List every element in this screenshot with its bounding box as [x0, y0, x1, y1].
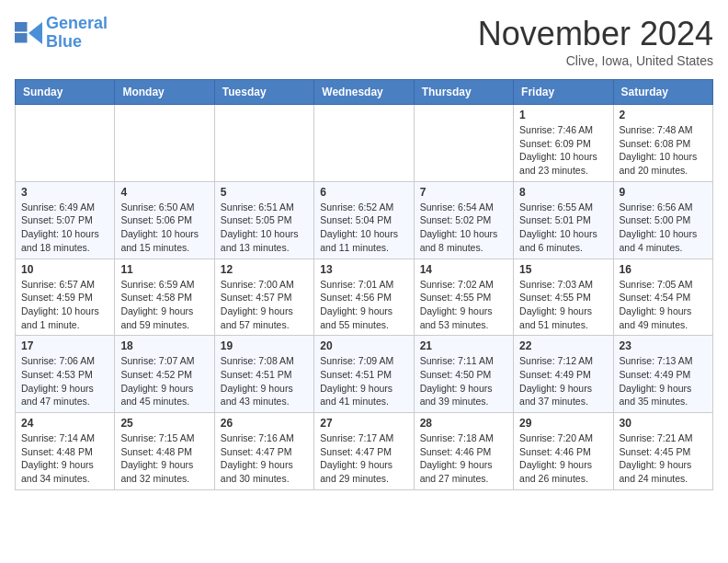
calendar-cell: 19Sunrise: 7:08 AM Sunset: 4:51 PM Dayli…: [214, 336, 313, 413]
calendar-cell: 20Sunrise: 7:09 AM Sunset: 4:51 PM Dayli…: [314, 336, 414, 413]
day-info: Sunrise: 7:01 AM Sunset: 4:56 PM Dayligh…: [320, 278, 407, 332]
day-header-tuesday: Tuesday: [214, 80, 313, 105]
day-number: 14: [420, 263, 507, 276]
svg-marker-2: [28, 22, 42, 44]
day-number: 16: [620, 263, 707, 276]
day-info: Sunrise: 7:09 AM Sunset: 4:51 PM Dayligh…: [320, 354, 407, 408]
day-info: Sunrise: 6:56 AM Sunset: 5:00 PM Dayligh…: [620, 201, 707, 255]
day-info: Sunrise: 7:20 AM Sunset: 4:46 PM Dayligh…: [519, 431, 607, 486]
calendar-week-3: 10Sunrise: 6:57 AM Sunset: 4:59 PM Dayli…: [16, 259, 713, 336]
calendar-cell: [214, 105, 313, 182]
day-info: Sunrise: 7:05 AM Sunset: 4:54 PM Dayligh…: [620, 278, 707, 332]
svg-rect-0: [15, 22, 28, 32]
logo-line1: General: [46, 14, 108, 32]
day-info: Sunrise: 6:54 AM Sunset: 5:02 PM Dayligh…: [420, 201, 507, 255]
calendar-cell: 25Sunrise: 7:15 AM Sunset: 4:48 PM Dayli…: [115, 413, 214, 490]
calendar-cell: 18Sunrise: 7:07 AM Sunset: 4:52 PM Dayli…: [115, 336, 214, 413]
calendar-cell: 13Sunrise: 7:01 AM Sunset: 4:56 PM Dayli…: [314, 259, 414, 336]
day-number: 27: [320, 417, 407, 430]
day-info: Sunrise: 7:07 AM Sunset: 4:52 PM Dayligh…: [120, 354, 208, 408]
location: Clive, Iowa, United States: [478, 53, 713, 68]
page-header: General Blue November 2024 Clive, Iowa, …: [15, 15, 713, 68]
calendar-cell: 29Sunrise: 7:20 AM Sunset: 4:46 PM Dayli…: [514, 413, 613, 490]
day-number: 23: [620, 339, 707, 352]
day-info: Sunrise: 7:00 AM Sunset: 4:57 PM Dayligh…: [221, 278, 308, 332]
calendar-cell: 16Sunrise: 7:05 AM Sunset: 4:54 PM Dayli…: [613, 259, 712, 336]
day-info: Sunrise: 7:16 AM Sunset: 4:47 PM Dayligh…: [221, 431, 308, 486]
calendar-cell: 3Sunrise: 6:49 AM Sunset: 5:07 PM Daylig…: [16, 181, 115, 259]
calendar-week-2: 3Sunrise: 6:49 AM Sunset: 5:07 PM Daylig…: [16, 181, 713, 259]
calendar-cell: 10Sunrise: 6:57 AM Sunset: 4:59 PM Dayli…: [16, 259, 115, 336]
calendar-cell: 4Sunrise: 6:50 AM Sunset: 5:06 PM Daylig…: [115, 181, 214, 259]
day-info: Sunrise: 7:17 AM Sunset: 4:47 PM Dayligh…: [320, 431, 407, 486]
calendar-cell: [115, 105, 214, 182]
calendar-cell: 11Sunrise: 6:59 AM Sunset: 4:58 PM Dayli…: [115, 259, 214, 336]
month-title: November 2024: [478, 15, 713, 53]
calendar: SundayMondayTuesdayWednesdayThursdayFrid…: [15, 79, 713, 490]
day-info: Sunrise: 6:52 AM Sunset: 5:04 PM Dayligh…: [320, 201, 407, 255]
calendar-header-row: SundayMondayTuesdayWednesdayThursdayFrid…: [16, 80, 713, 105]
calendar-cell: 15Sunrise: 7:03 AM Sunset: 4:55 PM Dayli…: [514, 259, 613, 336]
day-header-wednesday: Wednesday: [314, 80, 414, 105]
day-number: 20: [320, 339, 407, 352]
calendar-cell: 22Sunrise: 7:12 AM Sunset: 4:49 PM Dayli…: [514, 336, 613, 413]
day-info: Sunrise: 7:08 AM Sunset: 4:51 PM Dayligh…: [221, 354, 308, 408]
day-number: 25: [120, 417, 208, 430]
day-number: 15: [519, 263, 607, 276]
day-info: Sunrise: 7:18 AM Sunset: 4:46 PM Dayligh…: [420, 431, 507, 486]
calendar-cell: 26Sunrise: 7:16 AM Sunset: 4:47 PM Dayli…: [214, 413, 313, 490]
day-header-monday: Monday: [115, 80, 214, 105]
day-number: 26: [221, 417, 308, 430]
day-number: 4: [120, 186, 208, 199]
calendar-cell: 12Sunrise: 7:00 AM Sunset: 4:57 PM Dayli…: [214, 259, 313, 336]
day-header-sunday: Sunday: [16, 80, 115, 105]
calendar-cell: 30Sunrise: 7:21 AM Sunset: 4:45 PM Dayli…: [613, 413, 712, 490]
calendar-cell: 17Sunrise: 7:06 AM Sunset: 4:53 PM Dayli…: [16, 336, 115, 413]
logo: General Blue: [15, 15, 108, 52]
day-number: 13: [320, 263, 407, 276]
day-number: 30: [620, 417, 707, 430]
day-info: Sunrise: 7:11 AM Sunset: 4:50 PM Dayligh…: [420, 354, 507, 408]
day-number: 28: [420, 417, 507, 430]
day-info: Sunrise: 7:12 AM Sunset: 4:49 PM Dayligh…: [519, 354, 607, 408]
calendar-cell: 21Sunrise: 7:11 AM Sunset: 4:50 PM Dayli…: [414, 336, 513, 413]
day-number: 9: [620, 186, 707, 199]
calendar-cell: 5Sunrise: 6:51 AM Sunset: 5:05 PM Daylig…: [214, 181, 313, 259]
day-info: Sunrise: 7:02 AM Sunset: 4:55 PM Dayligh…: [420, 278, 507, 332]
day-number: 7: [420, 186, 507, 199]
day-info: Sunrise: 7:15 AM Sunset: 4:48 PM Dayligh…: [120, 431, 208, 486]
day-number: 12: [221, 263, 308, 276]
day-info: Sunrise: 6:51 AM Sunset: 5:05 PM Dayligh…: [221, 201, 308, 255]
calendar-week-5: 24Sunrise: 7:14 AM Sunset: 4:48 PM Dayli…: [16, 413, 713, 490]
calendar-cell: 9Sunrise: 6:56 AM Sunset: 5:00 PM Daylig…: [613, 181, 712, 259]
day-info: Sunrise: 6:50 AM Sunset: 5:06 PM Dayligh…: [120, 201, 208, 255]
logo-line2: Blue: [46, 32, 82, 51]
day-number: 29: [519, 417, 607, 430]
calendar-cell: 28Sunrise: 7:18 AM Sunset: 4:46 PM Dayli…: [414, 413, 513, 490]
day-info: Sunrise: 7:48 AM Sunset: 6:08 PM Dayligh…: [620, 123, 707, 178]
calendar-cell: 24Sunrise: 7:14 AM Sunset: 4:48 PM Dayli…: [16, 413, 115, 490]
day-info: Sunrise: 7:03 AM Sunset: 4:55 PM Dayligh…: [519, 278, 607, 332]
day-header-thursday: Thursday: [414, 80, 513, 105]
day-info: Sunrise: 7:46 AM Sunset: 6:09 PM Dayligh…: [519, 123, 607, 178]
day-header-friday: Friday: [514, 80, 613, 105]
calendar-cell: 2Sunrise: 7:48 AM Sunset: 6:08 PM Daylig…: [613, 105, 712, 182]
day-info: Sunrise: 7:14 AM Sunset: 4:48 PM Dayligh…: [21, 431, 108, 486]
calendar-cell: 23Sunrise: 7:13 AM Sunset: 4:49 PM Dayli…: [613, 336, 712, 413]
day-number: 19: [221, 339, 308, 352]
calendar-week-4: 17Sunrise: 7:06 AM Sunset: 4:53 PM Dayli…: [16, 336, 713, 413]
calendar-cell: 14Sunrise: 7:02 AM Sunset: 4:55 PM Dayli…: [414, 259, 513, 336]
calendar-cell: [414, 105, 513, 182]
day-info: Sunrise: 6:59 AM Sunset: 4:58 PM Dayligh…: [120, 278, 208, 332]
day-number: 5: [221, 186, 308, 199]
day-number: 18: [120, 339, 208, 352]
day-info: Sunrise: 6:55 AM Sunset: 5:01 PM Dayligh…: [519, 201, 607, 255]
day-number: 11: [120, 263, 208, 276]
logo-text: General Blue: [46, 15, 108, 52]
day-header-saturday: Saturday: [613, 80, 712, 105]
day-number: 2: [620, 109, 707, 121]
title-block: November 2024 Clive, Iowa, United States: [478, 15, 713, 68]
day-info: Sunrise: 6:49 AM Sunset: 5:07 PM Dayligh…: [21, 201, 108, 255]
calendar-cell: 7Sunrise: 6:54 AM Sunset: 5:02 PM Daylig…: [414, 181, 513, 259]
day-number: 17: [21, 339, 108, 352]
